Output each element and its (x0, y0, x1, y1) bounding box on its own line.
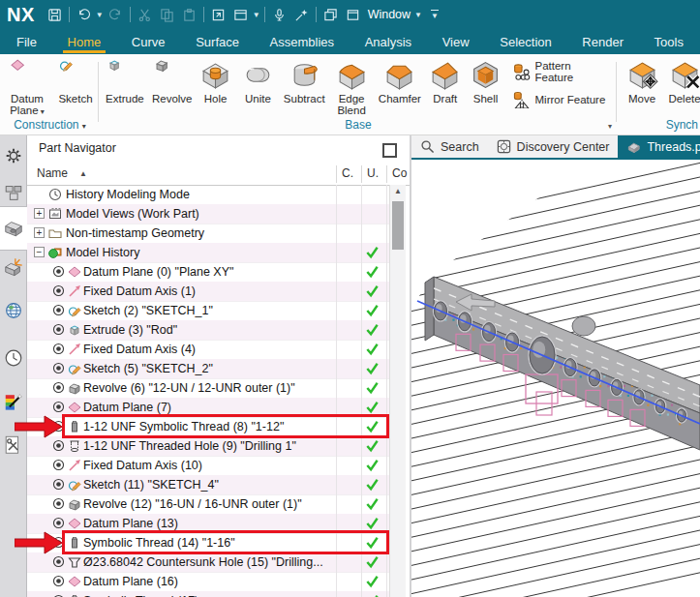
tree-item[interactable]: Datum Plane (16) (27, 572, 389, 592)
window-display-icon-caret[interactable]: ▼ (253, 11, 260, 19)
tree-item[interactable]: Sketch (5) "SKETCH_2" (27, 359, 389, 379)
constraint-navigator-icon[interactable] (2, 254, 25, 281)
expand-icon[interactable]: + (34, 208, 45, 219)
visibility-eye-icon[interactable] (52, 439, 65, 452)
command-finder-icon[interactable] (290, 3, 313, 26)
undo-icon[interactable] (73, 3, 95, 26)
tab-analysis[interactable]: Analysis (356, 29, 420, 54)
web-browser-icon[interactable] (2, 296, 25, 323)
tree-item[interactable]: Extrude (3) "Rod" (27, 320, 389, 341)
visibility-eye-icon[interactable] (52, 265, 65, 278)
tree-item[interactable]: 1-12 UNF Symbolic Thread (8) "1-12" (27, 417, 389, 437)
column-header-u[interactable]: U. (367, 166, 379, 180)
delete-button[interactable]: Delete (664, 56, 700, 104)
tree-item[interactable]: Symbolic Thread (14) "1-16" (27, 533, 389, 553)
move-button[interactable]: Move (620, 56, 664, 104)
redo-icon[interactable] (105, 3, 127, 26)
ribbon-options-icon[interactable]: ▼ (431, 10, 439, 20)
window-frame-icon[interactable] (342, 3, 364, 26)
tree-item[interactable]: +Non-timestamp Geometry (27, 224, 389, 244)
tree-item[interactable]: Fixed Datum Axis (1) (27, 282, 389, 302)
hole-button[interactable]: Hole (196, 56, 236, 104)
visibility-eye-icon[interactable] (52, 401, 65, 413)
visibility-eye-icon[interactable] (52, 517, 65, 529)
visibility-eye-icon[interactable] (52, 304, 65, 316)
tab-assemblies[interactable]: Assemblies (261, 29, 343, 54)
window-menu[interactable]: Window (368, 8, 411, 21)
scrollbar-thumb[interactable] (392, 201, 404, 250)
panel-window-icon[interactable] (382, 143, 397, 158)
subtract-button[interactable]: Subtract (280, 56, 328, 104)
tab-file[interactable]: File (8, 29, 46, 54)
tree-item[interactable]: Datum Plane (0) "Plane XY" (27, 262, 389, 283)
draft-button[interactable]: Draft (425, 56, 466, 104)
tab-tools[interactable]: Tools (646, 29, 692, 54)
tab-view[interactable]: View (434, 29, 478, 54)
scroll-up-icon[interactable]: ▲ (390, 187, 406, 195)
tree-item[interactable]: Sketch (2) "SKETCH_1" (27, 301, 389, 321)
extrude-button[interactable]: Extrude (101, 56, 149, 104)
chamfer-button[interactable]: Chamfer (375, 56, 425, 104)
collapse-icon[interactable]: − (34, 247, 45, 257)
tab-surface[interactable]: Surface (187, 29, 248, 54)
cut-icon[interactable] (134, 3, 156, 26)
shell-button[interactable]: Shell (466, 56, 506, 104)
visibility-eye-icon[interactable] (52, 478, 65, 491)
window-display-icon[interactable] (229, 3, 252, 26)
roles-gear-icon[interactable] (2, 142, 25, 169)
tree-item[interactable]: 1-12 UNF Threaded Hole (9) "Drilling 1" (27, 436, 389, 457)
visibility-eye-icon[interactable] (52, 323, 65, 336)
edge-blend-button[interactable]: Edge Blend (328, 56, 375, 116)
visibility-eye-icon[interactable] (52, 343, 65, 355)
visibility-eye-icon[interactable] (52, 497, 65, 510)
fit-view-icon[interactable] (207, 3, 229, 26)
document-tab-discovery-center[interactable]: Discovery Center (488, 135, 619, 158)
tree-item[interactable]: Symbolic Thread (17) (27, 591, 389, 597)
history-icon[interactable] (2, 344, 25, 372)
save-icon[interactable] (44, 3, 66, 26)
tree-item[interactable]: Fixed Datum Axis (4) (27, 340, 389, 360)
microphone-icon[interactable] (268, 3, 290, 26)
undo-icon-caret[interactable]: ▼ (96, 11, 104, 19)
visibility-eye-icon[interactable] (52, 575, 65, 587)
cascade-windows-icon[interactable] (320, 3, 342, 26)
tab-render[interactable]: Render (573, 29, 632, 54)
visibility-eye-icon[interactable] (52, 362, 65, 374)
mirror-feature-button[interactable]: Mirror Feature (510, 84, 617, 112)
visualization-palette-icon[interactable] (2, 389, 25, 416)
tree-item[interactable]: Revolve (6) "12-UN / 12-UNR outer (1)" (27, 378, 389, 399)
assembly-navigator-icon[interactable] (2, 179, 25, 206)
visibility-eye-icon[interactable] (52, 536, 65, 549)
visibility-eye-icon[interactable] (52, 459, 65, 471)
tree-item[interactable]: Datum Plane (13) (27, 514, 389, 534)
column-header-co[interactable]: Co (392, 166, 407, 180)
visibility-eye-icon[interactable] (52, 284, 65, 297)
tree-item[interactable]: Sketch (11) "SKETCH_4" (27, 475, 389, 495)
group-dialog-caret-icon[interactable]: ▾ (608, 122, 612, 131)
column-header-name[interactable]: Name (37, 166, 68, 180)
tree-item[interactable]: −Model History (27, 243, 389, 263)
visibility-eye-icon[interactable] (52, 381, 65, 394)
expand-icon[interactable]: + (34, 227, 45, 238)
visibility-eye-icon[interactable] (52, 420, 65, 433)
sketch-button[interactable]: Sketch (52, 56, 99, 104)
visibility-eye-icon[interactable] (52, 555, 65, 568)
tree-item[interactable]: Revolve (12) "16-UN / 16-UNR outer (1)" (27, 494, 389, 515)
tree-item[interactable]: +Model Views (Work Part) (27, 204, 389, 224)
tab-home[interactable]: Home (59, 29, 110, 54)
part-navigator-icon[interactable] (2, 215, 25, 242)
tree-item[interactable]: Fixed Datum Axis (10) (27, 456, 389, 476)
graphics-viewport[interactable] (411, 160, 700, 597)
datum-plane-button[interactable]: Datum Plane ▾ (2, 56, 52, 116)
column-header-c[interactable]: C. (342, 166, 353, 180)
unite-button[interactable]: Unite (236, 56, 281, 104)
tree-item[interactable]: Ø23.68042 Countersunk Hole (15) "Drillin… (27, 552, 389, 573)
tree-item[interactable]: Datum Plane (7) (27, 398, 389, 418)
tree-scrollbar[interactable]: ▲ (389, 185, 406, 597)
document-tab-threads-p[interactable]: Threads.p (618, 135, 700, 158)
document-tab-search[interactable]: Search (411, 135, 488, 158)
copy-icon[interactable] (156, 3, 178, 26)
pattern-feature-button[interactable]: Pattern Feature (510, 56, 617, 84)
templates-tools-icon[interactable] (2, 432, 25, 459)
window-menu-caret-icon[interactable]: ▼ (414, 11, 422, 19)
